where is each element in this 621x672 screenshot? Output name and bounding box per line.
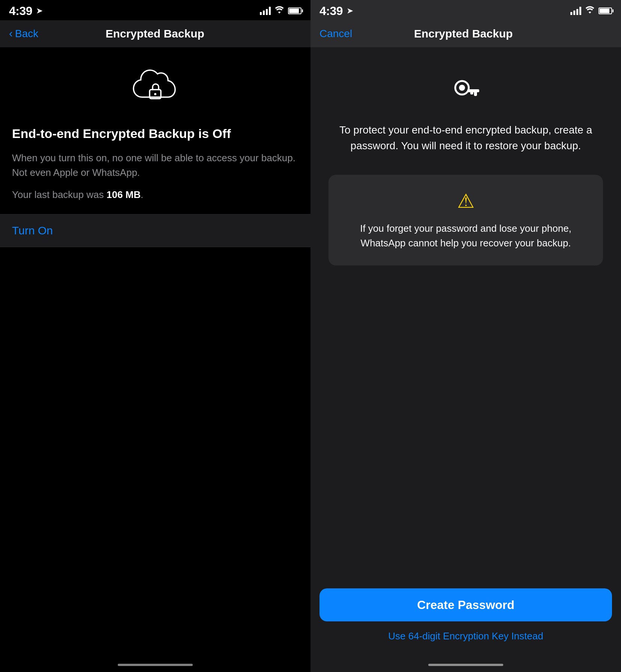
left-nav-title: Encrypted Backup	[38, 27, 272, 40]
left-battery-icon	[288, 8, 302, 14]
cloud-lock-icon	[129, 65, 182, 110]
left-home-indicator	[118, 664, 193, 666]
right-battery-icon	[598, 8, 612, 14]
right-signal-icon	[570, 7, 581, 15]
divider-bottom	[0, 247, 310, 247]
right-content: To protect your end-to-end encrypted bac…	[310, 47, 621, 588]
right-wifi-icon	[585, 6, 595, 16]
svg-point-1	[154, 93, 156, 95]
right-nav-title: Encrypted Backup	[414, 27, 513, 40]
right-location-icon: ➤	[346, 6, 353, 16]
left-location-icon: ➤	[36, 6, 43, 16]
left-wifi-icon	[274, 6, 284, 16]
svg-rect-6	[470, 91, 473, 94]
create-password-button[interactable]: Create Password	[320, 588, 612, 621]
left-nav-bar: ‹ Back Encrypted Backup	[0, 20, 310, 47]
left-panel: 4:39 ➤ ‹ Back	[0, 0, 310, 672]
main-heading: End-to-end Encrypted Backup is Off	[12, 125, 231, 142]
back-button[interactable]: ‹ Back	[9, 28, 38, 40]
turn-on-row: Turn On	[0, 214, 310, 247]
left-content: End-to-end Encrypted Backup is Off When …	[0, 47, 310, 214]
right-home-indicator	[428, 664, 503, 666]
turn-on-button[interactable]: Turn On	[12, 224, 53, 237]
right-status-bar: 4:39 ➤	[310, 0, 621, 20]
backup-size-text: Your last backup was 106 MB.	[12, 188, 143, 202]
cancel-button[interactable]: Cancel	[320, 28, 352, 40]
svg-point-3	[459, 85, 465, 91]
left-time: 4:39	[9, 4, 32, 18]
right-nav-bar: Cancel Encrypted Backup	[310, 20, 621, 47]
protect-text: To protect your end-to-end encrypted bac…	[328, 122, 603, 154]
use-encryption-key-link[interactable]: Use 64-digit Encryption Key Instead	[388, 630, 543, 642]
description-text: When you turn this on, no one will be ab…	[12, 151, 298, 180]
key-icon-wrapper	[451, 77, 481, 109]
backup-prefix: Your last backup was	[12, 189, 106, 200]
backup-size-value: 106 MB	[106, 189, 141, 200]
backup-suffix: .	[141, 189, 143, 200]
warning-triangle-icon: ⚠	[457, 190, 475, 212]
warning-box: ⚠ If you forget your password and lose y…	[328, 175, 603, 266]
svg-rect-5	[474, 91, 477, 96]
right-time: 4:39	[320, 4, 343, 18]
right-panel: 4:39 ➤ Cancel Encrypted	[310, 0, 621, 672]
left-status-icons	[260, 6, 302, 16]
right-status-icons	[570, 6, 612, 16]
back-label: Back	[15, 28, 38, 40]
bottom-actions: Create Password Use 64-digit Encryption …	[310, 588, 621, 672]
key-icon	[451, 77, 481, 107]
svg-rect-4	[467, 89, 479, 92]
warning-text: If you forget your password and lose you…	[344, 221, 588, 250]
back-chevron-icon: ‹	[9, 27, 13, 40]
left-status-bar: 4:39 ➤	[0, 0, 310, 20]
left-signal-icon	[260, 7, 271, 15]
